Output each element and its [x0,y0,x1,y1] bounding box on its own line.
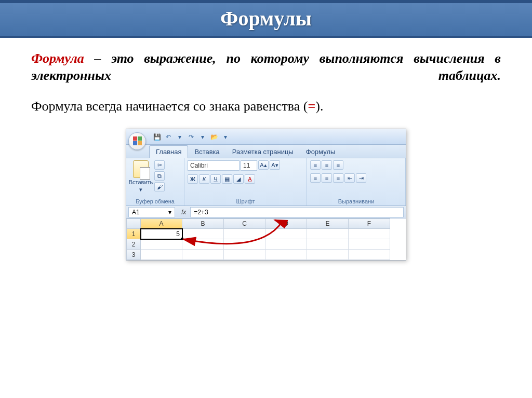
bucket-icon: ◢ [236,176,241,183]
cell[interactable] [307,229,349,239]
chevron-down-icon: ▾ [139,186,142,193]
col-header-d[interactable]: D [265,218,307,229]
font-color-button[interactable]: A [245,174,255,184]
paste-button[interactable]: Вставить ▾ [129,160,152,193]
increase-indent-button[interactable]: ⇥ [356,173,366,183]
undo-icon[interactable]: ↶ [164,132,173,142]
row-header-2[interactable]: 2 [126,239,141,250]
font-size-box[interactable]: 11 [241,160,257,171]
bold-button[interactable]: Ж [188,174,198,184]
office-button[interactable] [128,132,146,150]
cell[interactable] [182,250,224,260]
cell[interactable] [224,239,265,250]
content: Формула – это выражение, по которому вып… [0,38,532,260]
name-box-value: A1 [132,209,140,216]
border-icon: ▦ [224,176,230,183]
excel-window: 💾 ↶ ▾ ↷ ▾ 📂 ▾ Главная Вставка Разметка с… [126,129,406,260]
font-color-icon: A [248,176,251,182]
qat-customize-icon[interactable]: ▾ [221,132,230,142]
undo-dd-icon[interactable]: ▾ [175,132,184,142]
fx-icon[interactable]: fx [181,209,186,216]
align-middle-button[interactable]: ≡ [322,160,332,170]
cell[interactable] [265,229,307,239]
row-header-3[interactable]: 3 [126,250,141,260]
align-center-button[interactable]: ≡ [322,173,332,183]
cell[interactable] [182,229,224,239]
cell[interactable] [349,239,390,250]
select-all-corner[interactable] [126,218,141,229]
titlebar: 💾 ↶ ▾ ↷ ▾ 📂 ▾ [126,129,406,145]
cell[interactable] [349,250,390,260]
font-name-box[interactable]: Calibri [188,160,240,171]
cell[interactable] [141,250,182,260]
cell[interactable] [141,239,182,250]
paste-icon [133,160,149,178]
italic-button[interactable]: К [199,174,209,184]
cell[interactable] [224,229,265,239]
align-right-button[interactable]: ≡ [333,173,343,183]
subline-before: Формула всегда начинается со знака равен… [31,99,308,114]
decrease-indent-button[interactable]: ⇤ [344,173,355,183]
col-header-f[interactable]: F [349,218,390,229]
spreadsheet-grid[interactable]: A B C D E F 1 5 2 [126,218,406,260]
copy-icon: ⧉ [157,173,162,180]
paste-label: Вставить [129,179,153,185]
column-headers: A B C D E F [126,218,406,229]
group-font: Calibri 11 A▴ A▾ Ж К Ч ▦ ◢ A [184,158,307,205]
cell[interactable] [265,250,307,260]
tab-layout[interactable]: Разметка страницы [226,146,300,158]
fill-color-button[interactable]: ◢ [233,174,244,184]
alignment-group-label: Выравнивани [310,197,402,204]
format-painter-button[interactable]: 🖌 [154,182,165,191]
clipboard-group-label: Буфер обмена [129,197,181,204]
borders-button[interactable]: ▦ [222,174,232,184]
group-alignment: ≡ ≡ ≡ ≡ ≡ ≡ ⇤ ⇥ Выравнивани [307,158,406,205]
redo-icon[interactable]: ↷ [187,132,196,142]
align-bottom-button[interactable]: ≡ [333,160,343,170]
cell[interactable] [307,250,349,260]
cell[interactable] [349,229,390,239]
slide-title: Формулы [0,0,532,38]
tab-insert[interactable]: Вставка [188,146,225,158]
save-icon[interactable]: 💾 [152,132,162,142]
cell[interactable] [307,239,349,250]
font-group-label: Шрифт [188,197,303,204]
equals-sign: = [308,99,315,114]
quick-access-toolbar: 💾 ↶ ▾ ↷ ▾ 📂 ▾ [152,132,230,142]
brush-icon: 🖌 [157,184,163,190]
col-header-c[interactable]: C [224,218,265,229]
tab-formulas[interactable]: Формулы [300,146,342,158]
cell[interactable] [265,239,307,250]
col-header-b[interactable]: B [182,218,224,229]
tab-home[interactable]: Главная [149,145,188,158]
name-box[interactable]: A1 ▾ [128,207,175,217]
row-3: 3 [126,250,406,260]
group-clipboard: Вставить ▾ ✂ ⧉ 🖌 Буфер обмена [126,158,184,205]
align-top-button[interactable]: ≡ [310,160,321,170]
definition: Формула – это выражение, по которому вып… [31,50,501,84]
shrink-font-button[interactable]: A▾ [270,160,280,170]
open-icon[interactable]: 📂 [209,132,219,142]
ribbon-tabs: Главная Вставка Разметка страницы Формул… [126,145,406,158]
cell[interactable] [182,239,224,250]
cell-a1[interactable]: 5 [141,229,182,239]
row-1: 1 5 [126,229,406,239]
copy-button[interactable]: ⧉ [154,171,165,181]
cut-button[interactable]: ✂ [154,160,165,170]
row-header-1[interactable]: 1 [126,229,141,239]
definition-rest: – это выражение, по которому выполняются… [31,51,501,83]
col-header-e[interactable]: E [307,218,349,229]
office-logo-icon [133,136,142,145]
redo-dd-icon[interactable]: ▾ [198,132,207,142]
formula-input[interactable]: =2+3 [190,207,404,217]
ribbon: Вставить ▾ ✂ ⧉ 🖌 Буфер обмена [126,158,406,206]
align-left-button[interactable]: ≡ [310,173,321,183]
subline: Формула всегда начинается со знака равен… [31,99,501,114]
cell[interactable] [224,250,265,260]
col-header-a[interactable]: A [141,218,182,229]
term: Формула [31,51,84,66]
grow-font-button[interactable]: A▴ [258,160,269,170]
subline-after: ). [315,99,323,114]
formula-bar: A1 ▾ fx =2+3 [126,206,406,218]
underline-button[interactable]: Ч [210,174,221,184]
